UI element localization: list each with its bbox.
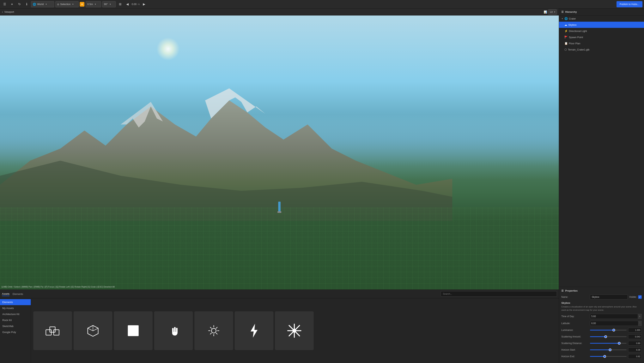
menu-button[interactable]: ☰	[2, 1, 8, 7]
luminance-slider[interactable]	[590, 330, 626, 331]
scattering-amount-value[interactable]	[628, 334, 642, 339]
sidebar-item-elements[interactable]: Elements	[0, 299, 31, 305]
asset-card-group[interactable]	[33, 311, 72, 350]
selection-dropdown[interactable]: ◎ Selection ▾	[56, 1, 78, 7]
assets-sidebar: Elements My Assets Architecture Kit Rock…	[0, 298, 31, 363]
asset-card-cube[interactable]	[74, 311, 112, 350]
refresh-button[interactable]: ↻	[16, 1, 22, 7]
properties-section: ☰ Properties Name: Visible: ✓ Skybox Cre…	[559, 287, 644, 363]
horizon-start-fill	[590, 350, 610, 350]
time-of-day-row: Time of Day: h	[561, 314, 642, 319]
effects-icon	[286, 323, 302, 339]
crater-icon: 🌐	[564, 17, 568, 20]
latitude-row: Latitude: °	[561, 321, 642, 326]
center-column: ▪ Viewport 📊 Lit ▾	[0, 8, 559, 363]
hierarchy-item-floor-plan[interactable]: 📋 Floor Plan	[559, 40, 644, 46]
hierarchy-section: ☰ Hierarchy ▼ 🌐 Crater ☁ Skybox ⚡ Direct…	[559, 8, 644, 287]
svg-point-12	[212, 328, 216, 333]
hierarchy-title: Hierarchy	[565, 10, 577, 13]
lit-dropdown[interactable]: Lit ▾	[548, 9, 557, 15]
selection-label: Selection	[60, 3, 70, 5]
sidebar-item-sketchfab[interactable]: Sketchfab	[0, 323, 31, 329]
terrain-svg	[0, 70, 452, 221]
assets-panel: Assets Elements Elements My Assets Archi…	[0, 290, 559, 363]
hierarchy-item-crater[interactable]: ▼ 🌐 Crater	[559, 15, 644, 22]
spawn-icon: 🚩	[564, 36, 568, 39]
hierarchy-label-floorplan: Floor Plan	[569, 42, 580, 45]
luminance-thumb[interactable]	[612, 329, 615, 332]
sidebar-item-google-poly[interactable]: Google Poly	[0, 329, 31, 335]
horizon-start-thumb[interactable]	[609, 349, 612, 351]
floorplan-icon: 📋	[564, 42, 568, 45]
info-button[interactable]: ℹ	[24, 1, 30, 7]
sidebar-item-my-assets[interactable]: My Assets	[0, 305, 31, 311]
horizon-end-slider[interactable]	[590, 356, 626, 357]
asset-card-sun[interactable]	[194, 311, 233, 350]
angle-label: 90°	[104, 3, 108, 5]
light-icon: ⚡	[564, 29, 568, 32]
snap-dropdown[interactable]: 0.5m ▾	[86, 1, 101, 7]
asset-card-bolt[interactable]	[235, 311, 274, 350]
sidebar-item-architecture-kit[interactable]: Architecture Kit	[0, 311, 31, 317]
arrow-left-button[interactable]: ◀	[124, 1, 130, 7]
group-objects-icon	[45, 323, 60, 339]
hierarchy-item-directional-light[interactable]: ⚡ Directional Light	[559, 28, 644, 34]
tab-elements[interactable]: Elements	[12, 292, 23, 296]
angle-dropdown[interactable]: 90° ▾	[102, 1, 116, 7]
hierarchy-icon: ☰	[561, 10, 564, 13]
svg-line-19	[216, 327, 217, 328]
sun-icon	[207, 324, 220, 338]
image-plane-icon	[126, 324, 140, 338]
horizon-end-thumb[interactable]	[603, 355, 606, 358]
spawn-marker	[278, 202, 281, 213]
terrain-icon: ⬡	[564, 48, 567, 51]
time-of-day-input[interactable]	[590, 314, 638, 319]
right-panel: ☰ Hierarchy ▼ 🌐 Crater ☁ Skybox ⚡ Direct…	[559, 8, 644, 363]
lit-label: Lit	[550, 10, 552, 13]
scattering-distance-thumb[interactable]	[618, 342, 620, 345]
assets-search-input[interactable]	[441, 291, 557, 297]
horizon-end-value[interactable]	[628, 354, 642, 359]
world-dropdown-arrow: ▾	[46, 3, 47, 5]
horizon-start-label: Horizon Start:	[561, 349, 588, 351]
scattering-amount-slider[interactable]	[590, 336, 626, 337]
latitude-input[interactable]	[590, 321, 638, 326]
asset-card-image[interactable]	[114, 311, 152, 350]
horizon-start-slider[interactable]	[590, 350, 626, 350]
grid-plane	[0, 207, 559, 290]
publish-button[interactable]: Publish to Hubs...	[616, 1, 642, 7]
grid-button[interactable]: ⊞	[117, 1, 123, 7]
asset-card-effects[interactable]	[275, 311, 314, 350]
horizon-start-value[interactable]	[628, 348, 642, 352]
horizon-end-fill	[590, 356, 605, 357]
luminance-label: Luminance:	[561, 329, 588, 332]
name-row: Name: Visible: ✓	[561, 295, 642, 300]
sidebar-item-rock-kit[interactable]: Rock Kit	[0, 317, 31, 323]
asset-card-hand[interactable]	[154, 311, 193, 350]
cube-icon	[86, 324, 100, 338]
horizon-end-row: Horizon End:	[561, 354, 642, 359]
hand-icon	[167, 324, 180, 338]
viewport-canvas[interactable]: [LMB] Orbit / Select | [MMB] Pan | [RMB]…	[0, 15, 559, 290]
visible-checkbox[interactable]: ✓	[638, 295, 642, 299]
skybox-icon: ☁	[564, 23, 567, 26]
arrow-right-button[interactable]: ▶	[141, 1, 147, 7]
luminance-fill	[590, 330, 614, 331]
scattering-amount-thumb[interactable]	[604, 335, 607, 338]
luminance-value[interactable]	[628, 328, 642, 333]
spawn-pin	[278, 202, 280, 211]
scattering-distance-value[interactable]	[628, 341, 642, 346]
scattering-distance-slider[interactable]	[590, 343, 626, 344]
tab-assets[interactable]: Assets	[2, 292, 10, 296]
add-button[interactable]: +	[9, 1, 15, 7]
hierarchy-item-terrain[interactable]: ⬡ Terrain_Crater1.glb	[559, 46, 644, 53]
hierarchy-item-skybox[interactable]: ☁ Skybox	[559, 22, 644, 28]
spawn-base	[278, 211, 281, 213]
name-input[interactable]	[590, 295, 628, 300]
svg-line-18	[216, 333, 217, 334]
hierarchy-item-spawn-point[interactable]: 🚩 Spawn Point	[559, 34, 644, 40]
scattering-amount-label: Scattering Amount:	[561, 335, 588, 338]
world-dropdown[interactable]: 🌐 World ▾	[31, 1, 54, 7]
assets-grid	[31, 298, 559, 363]
bolt-icon	[248, 323, 260, 339]
